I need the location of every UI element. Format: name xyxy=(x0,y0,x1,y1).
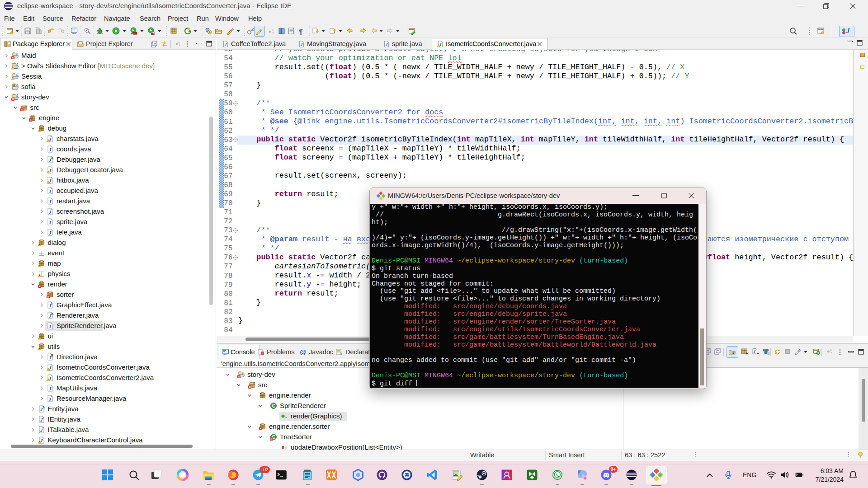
svg-text:A: A xyxy=(51,156,54,160)
svg-text:A: A xyxy=(42,405,45,409)
svg-text:J: J xyxy=(48,230,52,235)
svg-text:J: J xyxy=(253,381,255,385)
svg-text:J: J xyxy=(48,199,52,204)
svg-text:J: J xyxy=(16,83,18,87)
svg-text:J: J xyxy=(48,209,52,215)
svg-text:J: J xyxy=(25,104,27,108)
svg-text:E: E xyxy=(51,353,53,357)
svg-text:J: J xyxy=(48,220,52,225)
svg-text:I: I xyxy=(42,416,43,420)
svg-text:J: J xyxy=(48,324,52,329)
svg-text:J: J xyxy=(48,386,52,391)
svg-text:J: J xyxy=(48,147,52,152)
svg-text:I: I xyxy=(42,426,43,430)
svg-text:C: C xyxy=(272,403,276,408)
svg-text:J: J xyxy=(16,94,18,98)
svg-text:J: J xyxy=(16,52,18,56)
svg-text:J: J xyxy=(385,42,388,47)
svg-text:A: A xyxy=(51,312,54,316)
svg-text:I: I xyxy=(51,301,52,305)
svg-text:J: J xyxy=(16,62,18,66)
svg-text:J: J xyxy=(753,349,756,354)
svg-text:J: J xyxy=(48,396,52,402)
svg-text:M: M xyxy=(13,84,15,87)
svg-text:J: J xyxy=(16,73,18,77)
svg-text:J: J xyxy=(48,188,52,194)
svg-text:J: J xyxy=(300,42,303,47)
svg-text:J: J xyxy=(224,42,227,47)
svg-text:J: J xyxy=(242,371,244,375)
